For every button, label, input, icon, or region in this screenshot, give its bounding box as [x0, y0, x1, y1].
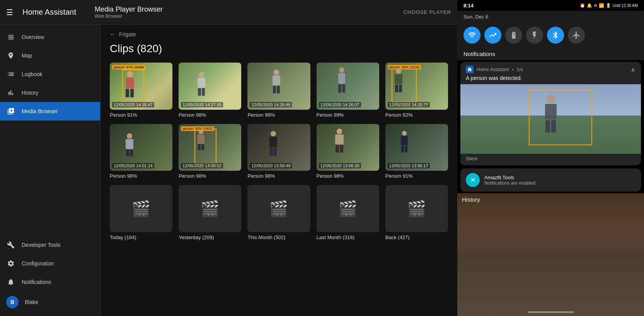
clip-thumbnail: 12/05/2020 14:26:07 — [317, 63, 379, 110]
clip-timestamp: 12/05/2020 14:27:35 — [181, 102, 223, 107]
android-bottom-area: History — [457, 193, 644, 316]
clip-label: Person 98% — [179, 173, 241, 179]
video-icon: 🎬 — [338, 200, 358, 218]
amazfit-message: Notifications are enabled — [484, 180, 535, 186]
alarm-icon: ⏰ — [580, 3, 585, 8]
clip-item-folder[interactable]: 🎬 Last Month (318) — [317, 185, 379, 240]
media-player-subtitle: Web Browser — [95, 14, 397, 19]
data-toggle[interactable] — [484, 27, 501, 44]
clip-label: Person 98% — [110, 173, 172, 179]
user-avatar: B — [6, 296, 19, 308]
video-icon: 🎬 — [131, 200, 151, 218]
battery-status: Until 12:30 AM — [613, 3, 638, 8]
clip-thumbnail: person: 97% 29988 12/05/2020 14:35:47 — [110, 63, 172, 110]
clip-label: Person 98% — [247, 173, 310, 179]
notification-header-row: Home Assistant • 1m ∧ — [460, 62, 641, 75]
sidebar-item-configuration[interactable]: Configuration — [0, 254, 100, 273]
wifi-toggle[interactable] — [463, 27, 480, 44]
ha-notification-card[interactable]: Home Assistant • 1m ∧ A person was detec… — [460, 62, 641, 165]
quick-toggles — [457, 23, 644, 48]
sidebar-item-history[interactable]: History — [0, 83, 100, 102]
clip-folder-label: Back (427) — [385, 234, 448, 240]
clip-folder-thumbnail: 🎬 — [110, 185, 172, 232]
notification-expand-icon[interactable]: ∧ — [631, 66, 635, 73]
clip-label: Person 99% — [317, 112, 379, 118]
clip-timestamp: 12/05/2020 14:25:?? — [388, 102, 430, 107]
sidebar-item-media-browser[interactable]: Media Browser — [0, 102, 100, 121]
ha-sidebar: ⊞ Overview Map Logbook History — [0, 25, 101, 316]
clip-thumbnail: 12/05/2020 13:56:17 — [385, 124, 448, 171]
clip-item-folder[interactable]: 🎬 Yesterday (209) — [179, 185, 241, 240]
clip-thumbnail: 12/05/2020 14:01:14 — [110, 124, 172, 171]
clip-item[interactable]: person: 97% 29988 12/05/2020 14:35:47 — [110, 63, 172, 118]
battery-saver-toggle[interactable] — [505, 27, 522, 44]
sidebar-item-logbook[interactable]: Logbook — [0, 65, 100, 83]
clip-folder-label: Today (164) — [110, 234, 172, 240]
sidebar-overview-label: Overview — [22, 34, 44, 40]
clip-item[interactable]: person: 95% 23432 12/05/2020 14:00:52 Pe… — [179, 124, 241, 179]
airplane-toggle[interactable] — [568, 27, 585, 44]
flashlight-toggle[interactable] — [526, 27, 543, 44]
ha-header: ☰ Home Assistant Media Player Browser We… — [0, 0, 457, 25]
sidebar-media-browser-label: Media Browser — [22, 108, 58, 114]
ha-panel: ☰ Home Assistant Media Player Browser We… — [0, 0, 457, 316]
wifi-icon: 📶 — [599, 3, 604, 8]
clip-item-folder[interactable]: 🎬 This Month (502) — [247, 185, 310, 240]
clip-item[interactable]: 12/05/2020 14:26:48 Person 98% — [247, 63, 310, 118]
sidebar-item-notifications[interactable]: Notifications — [0, 273, 100, 291]
clip-timestamp: 12/05/2020 13:56:17 — [388, 163, 430, 168]
breadcrumb[interactable]: ← Frigate — [110, 31, 448, 38]
clip-label: Person 91% — [110, 112, 172, 118]
notification-app-name: Home Assistant — [477, 67, 509, 72]
dnd-icon: ⊖ — [594, 3, 597, 8]
notification-message: A person was detected. — [460, 75, 641, 84]
breadcrumb-link[interactable]: Frigate — [119, 31, 136, 37]
clip-timestamp: 12/05/2020 14:35:47 — [112, 102, 154, 107]
clip-item[interactable]: 12/05/2020 14:26:07 Person 99% — [317, 63, 379, 118]
clip-item[interactable]: person: 96% 32154 12/05/2020 14:25:?? Pe… — [385, 63, 448, 118]
clip-item[interactable]: 12/05/2020 14:01:14 Person 98% — [110, 124, 172, 179]
clip-item[interactable]: 12/05/2020 13:56:17 Person 91% — [385, 124, 448, 179]
menu-icon[interactable]: ☰ — [6, 8, 13, 17]
clip-item[interactable]: 12/05/2020 13:56:30 Person 98% — [317, 124, 379, 179]
sidebar-user[interactable]: B Blake — [0, 291, 100, 313]
clip-item[interactable]: 12/05/2020 14:27:35 Person 98% — [179, 63, 241, 118]
clip-item-folder[interactable]: 🎬 Back (427) — [385, 185, 448, 240]
clip-folder-thumbnail: 🎬 — [317, 185, 379, 232]
bluetooth-toggle[interactable] — [547, 27, 564, 44]
sidebar-configuration-label: Configuration — [22, 260, 54, 267]
clip-timestamp: 12/05/2020 14:26:48 — [250, 102, 292, 107]
clip-folder-label: Last Month (318) — [317, 234, 379, 240]
history-label: History — [462, 196, 480, 203]
android-status-bar: 8:14 ⏰ 🔔 ⊖ 📶 🔋 Until 12:30 AM — [457, 0, 644, 11]
clip-folder-label: This Month (502) — [247, 234, 310, 240]
status-icons: ⏰ 🔔 ⊖ 📶 🔋 Until 12:30 AM — [580, 3, 638, 8]
clip-timestamp: 12/05/2020 13:56:30 — [319, 163, 361, 168]
media-browser-icon — [6, 107, 15, 116]
amazfit-icon: ✕ — [466, 173, 480, 187]
notifications-label: Notifications — [463, 51, 495, 57]
sidebar-item-overview[interactable]: ⊞ Overview — [0, 28, 100, 46]
overview-icon: ⊞ — [6, 32, 15, 42]
sidebar-logbook-label: Logbook — [22, 71, 43, 77]
clip-timestamp: 12/05/2020 14:26:07 — [319, 102, 361, 107]
bottom-handle[interactable] — [528, 311, 574, 313]
developer-tools-icon — [6, 240, 15, 250]
video-icon: 🎬 — [269, 200, 288, 218]
clip-thumbnail: 12/05/2020 14:26:48 — [247, 63, 310, 110]
clip-item[interactable]: 12/05/2020 13:58:49 Person 98% — [247, 124, 310, 179]
clip-label: Person 98% — [247, 112, 310, 118]
clip-thumbnail: person: 96% 32154 12/05/2020 14:25:?? — [385, 63, 448, 110]
sidebar-item-developer-tools[interactable]: Developer Tools — [0, 236, 100, 254]
amazfit-notification-card[interactable]: ✕ Amazfit Tools Notifications are enable… — [460, 168, 641, 192]
android-panel: 8:14 ⏰ 🔔 ⊖ 📶 🔋 Until 12:30 AM Sun, Dec 6 — [457, 0, 644, 316]
sidebar-item-map[interactable]: Map — [0, 46, 100, 65]
logbook-icon — [6, 70, 15, 79]
clip-label: Person 98% — [317, 173, 379, 179]
notifications-header: Notifications — [457, 48, 644, 60]
sidebar-history-label: History — [22, 90, 39, 96]
choose-player-button[interactable]: CHOOSE PLAYER — [404, 9, 451, 15]
clip-item-folder[interactable]: 🎬 Today (164) — [110, 185, 172, 240]
clip-label: Person 91% — [385, 173, 448, 179]
clip-timestamp: 12/05/2020 14:01:14 — [112, 163, 154, 168]
